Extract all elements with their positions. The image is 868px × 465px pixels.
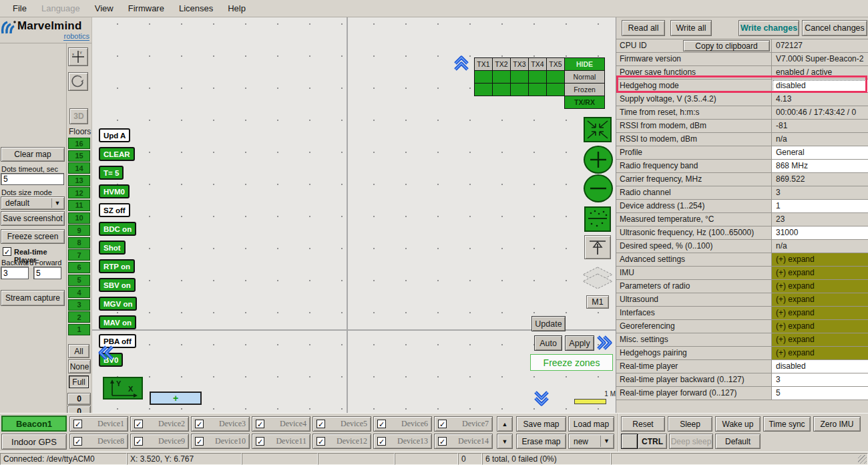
checkbox-checked-icon[interactable]: ✓ bbox=[256, 437, 264, 446]
cmd-button-t-5[interactable]: T= 5 bbox=[99, 166, 124, 180]
param-value-real-time-player[interactable]: disabled bbox=[772, 360, 868, 373]
ctrl-checkbox[interactable] bbox=[621, 434, 638, 449]
cmd-button-mgv-on[interactable]: MGV on bbox=[99, 297, 137, 311]
cmd-button-clear[interactable]: CLEAR bbox=[99, 147, 135, 161]
checkbox-checked-icon[interactable]: ✓ bbox=[195, 420, 204, 428]
m1-button[interactable]: M1 bbox=[586, 295, 609, 309]
floor-button-12[interactable]: 12 bbox=[68, 187, 90, 198]
menu-view[interactable]: View bbox=[87, 0, 121, 17]
fit-to-view-button[interactable] bbox=[584, 117, 612, 142]
device-toggle-device1[interactable]: ✓Device1 bbox=[69, 416, 128, 432]
add-submap-button[interactable]: + bbox=[150, 392, 202, 405]
dots-size-mode-select[interactable]: default ▼ bbox=[1, 196, 65, 210]
device-scroll-up-button[interactable]: ▲ bbox=[497, 416, 513, 432]
checkbox-checked-icon[interactable]: ✓ bbox=[316, 437, 325, 446]
param-value-real-time-player-forward-0-127[interactable]: 5 bbox=[772, 387, 868, 400]
checkbox-checked-icon[interactable]: ✓ bbox=[377, 420, 386, 428]
tx-side-frozen[interactable]: Frozen bbox=[564, 83, 605, 96]
tx-cell[interactable] bbox=[528, 83, 547, 96]
floor-button-7[interactable]: 7 bbox=[68, 249, 90, 261]
default-button[interactable]: Default bbox=[715, 434, 761, 449]
device-toggle-device12[interactable]: ✓Device12 bbox=[312, 434, 371, 449]
apply-button[interactable]: Apply bbox=[565, 335, 594, 351]
device-toggle-device13[interactable]: ✓Device13 bbox=[373, 434, 432, 449]
pan-left-icon[interactable] bbox=[97, 344, 115, 361]
upload-map-button[interactable] bbox=[584, 235, 611, 259]
checkbox-checked-icon[interactable]: ✓ bbox=[195, 437, 204, 446]
zero-top-button[interactable]: 0 bbox=[67, 393, 91, 405]
realtime-player-checkbox[interactable]: ✓ bbox=[3, 247, 11, 256]
param-value-hedgehogs-pairing[interactable]: (+) expand bbox=[772, 347, 868, 359]
map-select[interactable]: new ▼ bbox=[568, 434, 614, 449]
param-value-ultrasound[interactable]: (+) expand bbox=[772, 293, 868, 306]
param-value-georeferencing[interactable]: (+) expand bbox=[772, 320, 868, 333]
zero-imu-button[interactable]: Zero IMU bbox=[813, 416, 861, 432]
rotate-view-button[interactable] bbox=[68, 72, 88, 91]
floor-button-11[interactable]: 11 bbox=[68, 200, 90, 211]
checkbox-checked-icon[interactable]: ✓ bbox=[73, 437, 82, 446]
read-all-button[interactable]: Read all bbox=[622, 20, 665, 36]
map-canvas[interactable]: Upd ACLEART= 5HVM0SZ offBDC onShotRTP on… bbox=[91, 17, 616, 413]
menu-file[interactable]: File bbox=[5, 0, 34, 17]
device-toggle-device10[interactable]: ✓Device10 bbox=[191, 434, 250, 449]
tx-header-tx5[interactable]: TX5 bbox=[546, 57, 565, 71]
zoom-out-button[interactable] bbox=[584, 174, 613, 202]
freeze-zones-button[interactable]: Freeze zones bbox=[530, 354, 613, 371]
floor-button-1[interactable]: 1 bbox=[68, 324, 90, 335]
checkbox-checked-icon[interactable]: ✓ bbox=[438, 437, 447, 446]
floor-button-14[interactable]: 14 bbox=[68, 162, 90, 174]
layers-icon[interactable] bbox=[582, 266, 614, 293]
dots-display-button[interactable] bbox=[584, 206, 611, 232]
tx-side-normal[interactable]: Normal bbox=[564, 70, 605, 84]
forward-input[interactable] bbox=[33, 267, 61, 279]
tx-header-tx2[interactable]: TX2 bbox=[492, 57, 511, 71]
device-toggle-device14[interactable]: ✓Device14 bbox=[434, 434, 493, 449]
param-value-parameters-of-radio[interactable]: (+) expand bbox=[772, 280, 868, 293]
floor-button-10[interactable]: 10 bbox=[68, 212, 90, 224]
time-sync-button[interactable]: Time sync bbox=[763, 416, 811, 432]
write-all-button[interactable]: Write all bbox=[670, 20, 712, 36]
zoom-in-button[interactable] bbox=[584, 146, 613, 174]
param-value-device-address-1-254[interactable]: 1 bbox=[772, 200, 868, 212]
floor-button-15[interactable]: 15 bbox=[68, 150, 90, 162]
dropdown-arrow-icon[interactable]: ▼ bbox=[51, 198, 63, 208]
pan-up-icon[interactable] bbox=[453, 55, 470, 72]
pan-right-icon[interactable] bbox=[596, 334, 613, 351]
menu-licenses[interactable]: Licenses bbox=[172, 0, 220, 17]
param-value-ultrasonic-frequency-hz-100-65000[interactable]: 31000 bbox=[772, 226, 868, 239]
dropdown-arrow-icon[interactable]: ▼ bbox=[600, 436, 612, 447]
floor-button-4[interactable]: 4 bbox=[68, 287, 90, 298]
tx-cell[interactable] bbox=[474, 70, 493, 84]
ctrl-button[interactable]: CTRL bbox=[638, 434, 667, 449]
tx-cell[interactable] bbox=[510, 83, 529, 96]
cmd-button-mav-on[interactable]: MAV on bbox=[99, 315, 136, 329]
checkbox-checked-icon[interactable]: ✓ bbox=[134, 437, 143, 446]
floors-full-button[interactable]: Full bbox=[69, 375, 89, 388]
param-value-interfaces[interactable]: (+) expand bbox=[772, 307, 868, 319]
backward-input[interactable] bbox=[1, 267, 29, 279]
cancel-changes-button[interactable]: Cancel changes bbox=[802, 20, 867, 36]
stream-capture-button[interactable]: Stream capture bbox=[1, 290, 65, 306]
copy-to-clipboard-button[interactable]: Copy to clipboard bbox=[683, 40, 770, 51]
device-toggle-device8[interactable]: ✓Device8 bbox=[69, 434, 128, 449]
erase-map-button[interactable]: Erase map bbox=[516, 434, 566, 449]
device-scroll-down-button[interactable]: ▼ bbox=[497, 434, 513, 449]
param-value-profile[interactable]: General bbox=[772, 146, 868, 159]
beacon1-tab[interactable]: Beacon1 bbox=[1, 416, 67, 432]
save-map-button[interactable]: Save map bbox=[516, 416, 566, 432]
floor-button-16[interactable]: 16 bbox=[68, 138, 90, 149]
resize-grip-icon[interactable] bbox=[858, 455, 867, 464]
freeze-screen-button[interactable]: Freeze screen bbox=[1, 229, 65, 244]
cmd-button-sz-off[interactable]: SZ off bbox=[99, 203, 130, 217]
device-toggle-device3[interactable]: ✓Device3 bbox=[191, 416, 250, 432]
pan-down-icon[interactable] bbox=[533, 389, 550, 408]
floor-button-2[interactable]: 2 bbox=[68, 311, 90, 323]
param-value-radio-frequency-band[interactable]: 868 MHz bbox=[772, 160, 868, 172]
reset-button[interactable]: Reset bbox=[621, 416, 665, 432]
param-value-imu[interactable]: (+) expand bbox=[772, 267, 868, 279]
floor-button-5[interactable]: 5 bbox=[68, 275, 90, 286]
menu-help[interactable]: Help bbox=[220, 0, 253, 17]
device-toggle-device6[interactable]: ✓Device6 bbox=[373, 416, 432, 432]
device-toggle-device5[interactable]: ✓Device5 bbox=[312, 416, 371, 432]
indoor-gps-tab[interactable]: Indoor GPS bbox=[1, 434, 67, 450]
